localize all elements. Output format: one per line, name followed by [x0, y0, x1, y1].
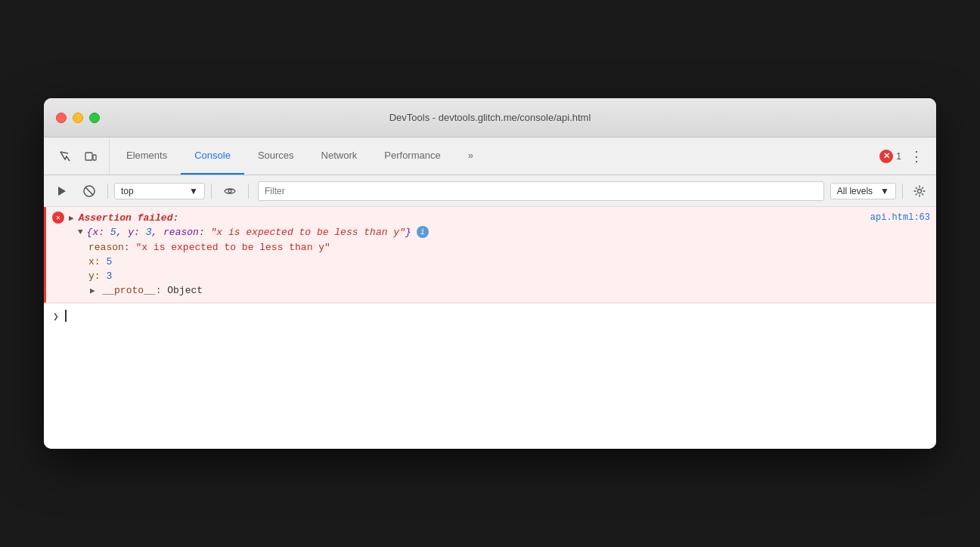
x-property-row: x: 5: [52, 255, 930, 269]
svg-marker-2: [58, 187, 66, 196]
reason-key: reason:: [88, 242, 130, 253]
y-key: y:: [88, 270, 101, 282]
console-toolbar: top ▼ All levels ▼: [44, 175, 936, 207]
error-row-left: ✕ ▶ Assertion failed:: [52, 212, 178, 224]
info-icon[interactable]: i: [417, 226, 429, 238]
object-expand-arrow[interactable]: ▼: [78, 227, 83, 236]
y-property-row: y: 3: [52, 269, 930, 283]
eye-button[interactable]: [218, 179, 242, 203]
device-icon[interactable]: [80, 146, 101, 167]
x-key: x:: [88, 256, 101, 267]
input-prompt: ❯: [53, 311, 59, 322]
svg-rect-1: [93, 155, 96, 160]
levels-dropdown-icon: ▼: [880, 186, 889, 196]
proto-expand-arrow[interactable]: ▶: [90, 286, 95, 295]
devtools-window: DevTools - devtools.glitch.me/console/ap…: [44, 98, 936, 449]
error-icon: ✕: [52, 212, 64, 224]
tabs-right-controls: ✕ 1 ⋮: [873, 138, 933, 175]
error-count-icon: ✕: [879, 150, 893, 163]
tab-more[interactable]: »: [454, 138, 487, 175]
reason-value: "x is expected to be less than y": [135, 242, 330, 253]
proto-row: ▶ __proto__: Object: [52, 283, 930, 298]
error-badge: ✕ 1: [879, 150, 901, 163]
more-options-button[interactable]: ⋮: [906, 146, 927, 167]
title-bar: DevTools - devtools.glitch.me/console/ap…: [44, 98, 936, 138]
error-count: 1: [896, 151, 901, 162]
context-dropdown-icon: ▼: [189, 186, 198, 196]
error-row: ✕ ▶ Assertion failed: api.html:63 ▼ {x: …: [44, 207, 936, 303]
toolbar-separator-3: [248, 184, 249, 199]
assertion-label: Assertion failed:: [79, 212, 179, 224]
traffic-lights: [56, 113, 100, 123]
toolbar-separator-2: [211, 184, 212, 199]
input-row: ❯: [44, 303, 936, 328]
tab-network[interactable]: Network: [308, 138, 371, 175]
toolbar-separator-4: [902, 184, 903, 199]
expand-arrow[interactable]: ▶: [69, 213, 74, 223]
object-preview: {x: 5, y: 3, reason: "x is expected to b…: [87, 227, 411, 238]
error-location[interactable]: api.html:63: [870, 212, 930, 223]
minimize-button[interactable]: [73, 113, 83, 123]
settings-button[interactable]: [909, 181, 930, 202]
tabs-bar: Elements Console Sources Network Perform…: [44, 138, 936, 175]
clear-button[interactable]: [77, 179, 101, 203]
svg-point-5: [228, 190, 231, 193]
levels-selector[interactable]: All levels ▼: [830, 183, 896, 199]
main-tabs: Elements Console Sources Network Perform…: [113, 138, 873, 175]
proto-value: Object: [167, 285, 203, 296]
svg-line-4: [85, 187, 93, 195]
run-button[interactable]: [50, 179, 74, 203]
tab-elements[interactable]: Elements: [113, 138, 181, 175]
devtools-icons: [47, 138, 110, 175]
levels-label: All levels: [837, 186, 873, 196]
tab-sources[interactable]: Sources: [244, 138, 308, 175]
svg-rect-0: [85, 153, 92, 160]
toolbar-separator-1: [107, 184, 108, 199]
object-row: ▼ {x: 5, y: 3, reason: "x is expected to…: [52, 224, 930, 240]
close-button[interactable]: [56, 113, 67, 123]
y-value: 3: [106, 270, 112, 282]
input-cursor: [65, 310, 67, 322]
object-preview-line: ▼ {x: 5, y: 3, reason: "x is expected to…: [76, 225, 924, 239]
reason-property-row: reason: "x is expected to be less than y…: [52, 240, 930, 255]
svg-point-6: [918, 189, 922, 193]
tab-performance[interactable]: Performance: [371, 138, 454, 175]
filter-input[interactable]: [258, 181, 824, 201]
proto-key: __proto__:: [102, 285, 161, 296]
console-area: ✕ ▶ Assertion failed: api.html:63 ▼ {x: …: [44, 207, 936, 449]
context-label: top: [121, 186, 134, 196]
x-value: 5: [106, 256, 112, 267]
window-title: DevTools - devtools.glitch.me/console/ap…: [389, 112, 591, 123]
error-row-header: ✕ ▶ Assertion failed: api.html:63: [52, 212, 930, 224]
context-selector[interactable]: top ▼: [114, 183, 205, 199]
inspect-icon[interactable]: [54, 146, 76, 167]
maximize-button[interactable]: [89, 113, 100, 123]
tab-console[interactable]: Console: [181, 138, 244, 175]
